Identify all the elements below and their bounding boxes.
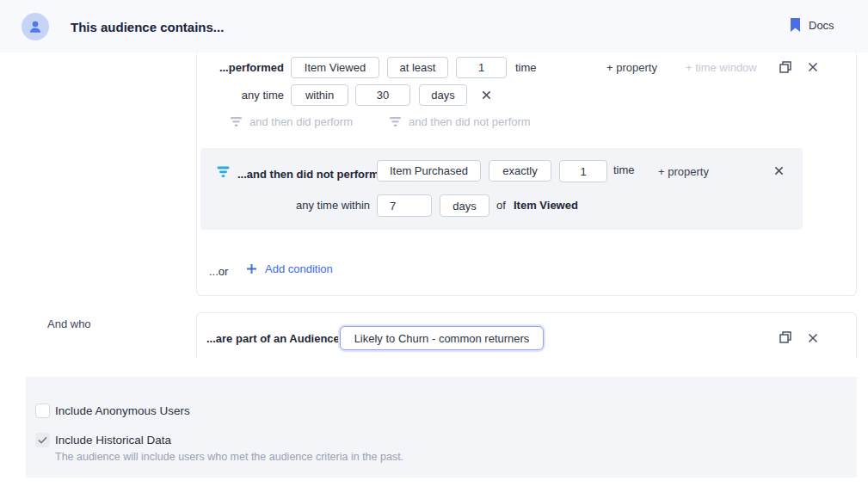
include-anonymous-checkbox[interactable] — [35, 404, 50, 418]
or-label: ...or — [209, 265, 228, 278]
then-count-input[interactable] — [559, 160, 607, 182]
event-select[interactable]: Item Viewed — [291, 57, 379, 78]
remove-audience-condition-button[interactable] — [808, 333, 818, 343]
time-unit-select[interactable]: days — [419, 84, 467, 106]
docs-link[interactable]: Docs — [790, 18, 834, 32]
time-value-input[interactable] — [355, 84, 410, 106]
duplicate-icon — [779, 60, 792, 74]
then-operator-select[interactable]: exactly — [489, 160, 551, 182]
then-did-perform-label: and then did perform — [249, 115, 353, 128]
close-icon — [774, 166, 784, 176]
then-remove-button[interactable] — [774, 166, 784, 176]
avatar — [22, 13, 49, 40]
include-historical-label[interactable]: Include Historical Data — [55, 434, 171, 447]
docs-label: Docs — [809, 19, 834, 32]
close-icon — [482, 90, 491, 100]
duplicate-condition-button[interactable] — [779, 60, 792, 74]
person-icon — [28, 19, 43, 34]
then-count-unit-label: time — [613, 163, 635, 176]
operator-select[interactable]: at least — [387, 57, 448, 78]
remove-time-window-button[interactable] — [482, 90, 491, 100]
check-icon — [38, 436, 47, 444]
add-condition-label: Add condition — [265, 262, 333, 275]
include-historical-checkbox[interactable] — [35, 433, 50, 447]
close-icon — [808, 333, 818, 343]
then-did-perform-option[interactable]: and then did perform — [230, 115, 353, 128]
then-add-property-button[interactable]: + property — [658, 165, 709, 178]
then-did-not-perform-label: and then did not perform — [409, 115, 531, 128]
include-anonymous-label[interactable]: Include Anonymous Users — [55, 404, 190, 417]
performed-label: ...performed — [196, 61, 284, 74]
time-window-label: any time — [196, 89, 284, 102]
of-label: of — [496, 199, 506, 212]
close-icon — [808, 62, 818, 72]
plus-icon — [246, 263, 257, 274]
and-who-connector: And who — [47, 317, 91, 330]
funnel-icon — [389, 116, 402, 127]
audience-builder-page: This audience contains... Docs ...perfor… — [0, 0, 868, 499]
then-event-select[interactable]: Item Purchased — [377, 160, 481, 182]
duplicate-icon — [779, 330, 792, 344]
then-condition-label: ...and then did not perform — [237, 168, 379, 181]
funnel-icon — [216, 166, 231, 178]
header: This audience contains... Docs — [0, 0, 868, 52]
then-time-value-input[interactable] — [377, 194, 432, 217]
then-time-window-label: any time within — [241, 199, 370, 212]
then-did-not-perform-option[interactable]: and then did not perform — [389, 115, 531, 128]
add-property-button[interactable]: + property — [606, 61, 657, 74]
count-unit-label: time — [515, 61, 537, 74]
include-historical-description: The audience will include users who met … — [55, 451, 403, 463]
duplicate-audience-condition-button[interactable] — [779, 330, 792, 344]
audience-condition-label: ...are part of an Audience — [206, 332, 340, 345]
funnel-icon — [230, 116, 243, 127]
funnel-icon-active — [216, 166, 231, 178]
add-condition-button[interactable]: Add condition — [246, 262, 333, 275]
time-operator-select[interactable]: within — [291, 84, 348, 106]
reference-event-label: Item Viewed — [514, 199, 578, 212]
remove-condition-button[interactable] — [808, 62, 818, 72]
then-time-unit-select[interactable]: days — [440, 194, 489, 217]
count-input[interactable] — [456, 57, 507, 78]
bookmark-icon — [790, 18, 801, 32]
add-time-window-button[interactable]: + time window — [686, 61, 757, 74]
audience-select[interactable]: Likely to Churn - common returners — [340, 326, 544, 350]
page-title: This audience contains... — [71, 20, 224, 34]
